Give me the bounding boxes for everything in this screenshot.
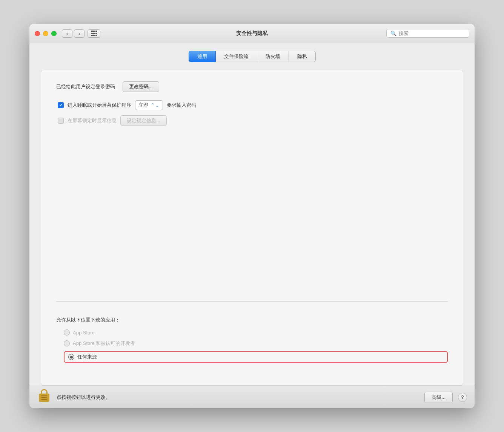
forward-icon: › bbox=[78, 30, 80, 37]
search-input[interactable] bbox=[399, 31, 465, 36]
close-button[interactable] bbox=[35, 31, 40, 36]
traffic-lights bbox=[35, 31, 57, 36]
dropdown-arrow-icon: ⌃⌄ bbox=[151, 102, 160, 108]
password-label: 已经给此用户设定登录密码 bbox=[56, 83, 115, 90]
lock-text: 点按锁按钮以进行更改。 bbox=[57, 394, 419, 401]
lockscreen-label: 在屏幕锁定时显示信息 bbox=[68, 117, 117, 124]
sleep-label: 进入睡眠或开始屏幕保护程序 bbox=[68, 102, 131, 109]
dropdown-value: 立即 bbox=[138, 102, 148, 109]
section-divider bbox=[56, 301, 448, 302]
window-title: 安全性与隐私 bbox=[236, 30, 268, 37]
forward-button[interactable]: › bbox=[74, 29, 85, 38]
sleep-row: ✓ 进入睡眠或开始屏幕保护程序 立即 ⌃⌄ 要求输入密码 bbox=[58, 100, 448, 110]
main-window: ‹ › 安全性与隐私 🔍 通用 文件保险箱 防火墙 隐私 bbox=[29, 24, 475, 408]
back-icon: ‹ bbox=[66, 30, 68, 37]
radio-app-store-row: App Store bbox=[64, 329, 448, 335]
password-row: 已经给此用户设定登录密码 更改密码... bbox=[56, 81, 448, 92]
radio-app-store[interactable] bbox=[64, 329, 70, 335]
tab-bar: 通用 文件保险箱 防火墙 隐私 bbox=[41, 51, 463, 62]
advanced-button[interactable]: 高级... bbox=[424, 392, 453, 403]
back-button[interactable]: ‹ bbox=[62, 29, 72, 38]
lock-line-3 bbox=[41, 399, 47, 400]
download-title: 允许从以下位置下载的应用： bbox=[56, 317, 448, 323]
tab-general[interactable]: 通用 bbox=[189, 51, 216, 62]
lock-body bbox=[39, 394, 49, 402]
content-area: 通用 文件保险箱 防火墙 隐私 已经给此用户设定登录密码 更改密码... ✓ 进… bbox=[29, 43, 475, 386]
settings-panel: 已经给此用户设定登录密码 更改密码... ✓ 进入睡眠或开始屏幕保护程序 立即 … bbox=[41, 70, 463, 386]
search-icon: 🔍 bbox=[390, 31, 396, 36]
help-button[interactable]: ? bbox=[458, 393, 467, 402]
tab-privacy[interactable]: 隐私 bbox=[289, 51, 316, 62]
radio-app-store-dev-row: App Store 和被认可的开发者 bbox=[64, 340, 448, 347]
titlebar: ‹ › 安全性与隐私 🔍 bbox=[29, 24, 475, 43]
set-info-button[interactable]: 设定锁定信息... bbox=[120, 115, 167, 126]
lock-line-1 bbox=[41, 395, 47, 396]
tab-firewall[interactable]: 防火墙 bbox=[257, 51, 289, 62]
radio-anywhere-row[interactable]: 任何来源 bbox=[64, 351, 448, 363]
download-section: 允许从以下位置下载的应用： App Store App Store 和被认可的开… bbox=[56, 309, 448, 363]
radio-anywhere-label: 任何来源 bbox=[77, 354, 97, 360]
minimize-button[interactable] bbox=[43, 31, 48, 36]
radio-selected-dot bbox=[70, 356, 73, 358]
lock-shackle bbox=[41, 389, 48, 394]
radio-anywhere[interactable] bbox=[68, 354, 74, 360]
radio-app-store-dev-label: App Store 和被认可的开发者 bbox=[73, 340, 135, 347]
bottom-bar: 点按锁按钮以进行更改。 高级... ? bbox=[29, 386, 475, 408]
tab-filevault[interactable]: 文件保险箱 bbox=[216, 51, 257, 62]
maximize-button[interactable] bbox=[51, 31, 57, 36]
require-password-label: 要求输入密码 bbox=[167, 102, 196, 109]
search-box[interactable]: 🔍 bbox=[386, 29, 469, 38]
radio-app-store-label: App Store bbox=[73, 330, 95, 335]
lock-icon[interactable] bbox=[37, 389, 51, 406]
sleep-checkbox[interactable]: ✓ bbox=[58, 102, 64, 108]
grid-icon bbox=[91, 31, 97, 36]
radio-group: App Store App Store 和被认可的开发者 任何来源 bbox=[56, 329, 448, 363]
nav-buttons: ‹ › bbox=[62, 29, 85, 38]
sleep-dropdown[interactable]: 立即 ⌃⌄ bbox=[135, 100, 163, 110]
change-password-button[interactable]: 更改密码... bbox=[123, 81, 159, 92]
lock-lines bbox=[41, 395, 47, 400]
grid-button[interactable] bbox=[88, 29, 100, 38]
radio-app-store-dev[interactable] bbox=[64, 340, 70, 346]
lockscreen-row: 在屏幕锁定时显示信息 设定锁定信息... bbox=[58, 115, 448, 126]
checkmark-icon: ✓ bbox=[59, 103, 63, 107]
lockscreen-checkbox[interactable] bbox=[58, 118, 64, 124]
lock-line-2 bbox=[41, 397, 47, 398]
